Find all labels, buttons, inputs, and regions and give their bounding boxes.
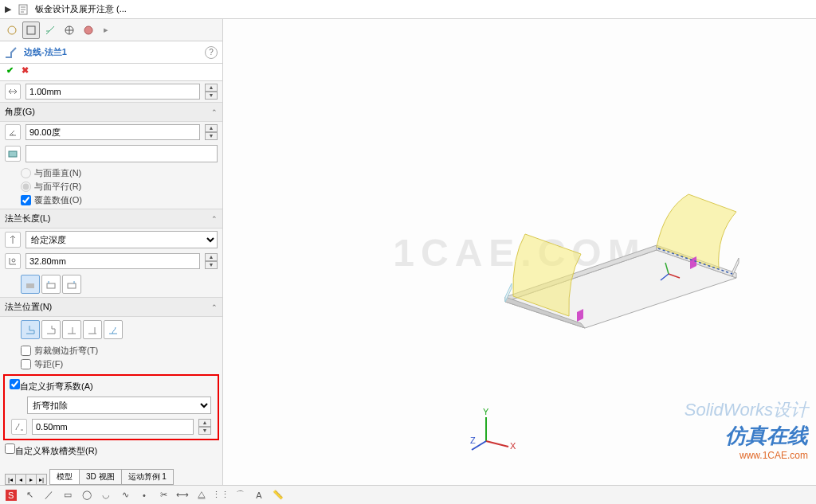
length-value-icon[interactable] [5,253,21,269]
ok-button[interactable]: ✔ [6,65,14,79]
position-3-button[interactable] [62,320,81,339]
credit-overlay: SolidWorks设计 仿真在线 www.1CAE.com [685,398,808,461]
tool-fillet-icon[interactable]: ⌒ [233,488,247,502]
length-input[interactable] [26,253,200,269]
document-icon [18,4,29,15]
perpendicular-radio[interactable]: 与面垂直(N) [21,166,218,180]
svg-text:Z: Z [470,436,476,445]
sheet-metal-model[interactable] [465,147,752,330]
tool-arc-icon[interactable]: ◡ [99,488,113,502]
length-ref-2-button[interactable] [41,275,61,294]
length-section-header[interactable]: 法兰长度(L)⌃ [0,209,222,229]
tool-rect-icon[interactable]: ▭ [61,488,75,502]
feature-title: 边线-法兰1 [24,46,67,58]
highlight-box: 自定义折弯系数(A) 折弯扣除 ▲▼ [3,374,219,440]
view-triad[interactable]: Y X Z [470,405,518,453]
edge-flange-icon [5,46,19,59]
parallel-radio[interactable]: 与面平行(R) [21,180,218,193]
tool-pattern-icon[interactable]: ⋮⋮ [214,488,228,502]
bottom-toolbar: S ↖ ／ ▭ ◯ ◡ ∿ • ✂ ⟷ ⧋ ⋮⋮ ⌒ A 📏 [0,485,816,504]
svg-point-4 [84,26,92,34]
solidworks-logo-icon: S [5,489,18,502]
svg-point-6 [12,259,15,262]
tab-dimxpert-icon[interactable] [61,21,78,39]
trim-checkbox[interactable]: 剪裁侧边折弯(T) [21,344,218,357]
position-2-button[interactable] [41,320,61,339]
length-ref-3-button[interactable] [62,275,81,294]
svg-rect-7 [26,283,34,288]
length-ref-1-button[interactable] [21,275,40,294]
tool-circle-icon[interactable]: ◯ [80,488,94,502]
angle-spinner[interactable]: ▲▼ [205,124,218,140]
equal-checkbox[interactable]: 等距(F) [21,357,218,371]
custom-bend-checkbox[interactable]: 自定义折弯系数(A) [10,381,93,391]
face-select-box[interactable] [26,145,218,162]
bend-value-icon[interactable] [11,419,27,435]
tool-text-icon[interactable]: A [252,488,266,502]
bend-mode-select[interactable]: 折弯扣除 [27,397,211,414]
property-scroll[interactable]: ▲▼ 角度(G)⌃ ▲▼ 与面垂直(N) 与面平行(R) 覆盖数值(O) 法兰长… [0,81,222,485]
svg-rect-8 [47,283,55,288]
gap-input[interactable] [26,84,200,100]
3d-viewport[interactable]: 1CAE.COM Y X Z SolidWorks设计 仿真在线 www.1CA… [223,19,816,485]
svg-rect-2 [27,26,35,34]
tab-nav[interactable]: |◂◂▸▸| [5,474,46,485]
tab-sketch-icon[interactable] [41,21,59,39]
length-spinner[interactable]: ▲▼ [205,253,218,269]
position-section-header[interactable]: 法兰位置(N)⌃ [0,297,222,317]
svg-line-23 [486,441,508,447]
cancel-button[interactable]: ✖ [22,65,29,79]
tool-select-icon[interactable]: ↖ [22,488,37,502]
help-icon[interactable]: ? [205,46,218,59]
tool-measure-icon[interactable]: 📏 [271,488,285,502]
tool-trim-icon[interactable]: ✂ [156,488,171,502]
svg-text:S: S [8,490,14,500]
tool-line-icon[interactable]: ／ [41,488,56,502]
tool-point-icon[interactable]: • [137,488,151,502]
length-mode-icon[interactable] [5,232,21,248]
override-checkbox[interactable]: 覆盖数值(O) [21,193,218,207]
tool-spline-icon[interactable]: ∿ [118,488,132,502]
gap-icon[interactable] [5,84,21,100]
svg-text:Y: Y [483,407,489,416]
tab-feature-icon[interactable] [22,21,40,39]
face-select-icon[interactable] [5,146,21,162]
svg-rect-9 [68,283,76,288]
tab-assembly-icon[interactable] [3,21,21,39]
tool-dim-icon[interactable]: ⟷ [175,488,190,502]
angle-input[interactable] [26,124,200,140]
tab-render-icon[interactable] [80,21,97,39]
custom-relief-checkbox[interactable]: 自定义释放槽类型(R) [5,446,97,455]
svg-point-1 [8,26,16,34]
bend-spinner[interactable]: ▲▼ [198,419,211,435]
bend-input[interactable] [32,419,194,435]
breadcrumb-arrow[interactable]: ▶ [5,4,11,14]
tab-3dview[interactable]: 3D 视图 [79,469,122,485]
position-5-button[interactable] [104,320,123,339]
svg-text:X: X [510,441,516,451]
angle-icon[interactable] [5,124,21,140]
tool-mirror-icon[interactable]: ⧋ [194,488,209,502]
gap-spinner[interactable]: ▲▼ [205,84,218,100]
breadcrumb-title[interactable]: 钣金设计及展开注意 (... [35,3,127,15]
tab-model[interactable]: 模型 [49,469,80,485]
length-mode-select[interactable]: 给定深度 [26,231,218,248]
angle-section-header[interactable]: 角度(G)⌃ [0,102,222,122]
position-4-button[interactable] [83,320,102,339]
svg-rect-5 [9,151,17,157]
tab-overflow-icon[interactable]: ▸ [104,25,108,35]
tab-motion[interactable]: 运动算例 1 [121,469,174,485]
position-1-button[interactable] [21,320,40,339]
